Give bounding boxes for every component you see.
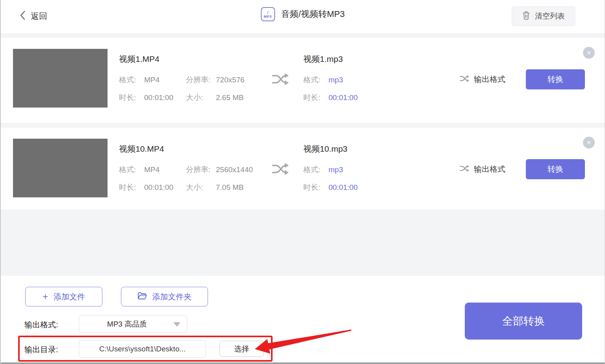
add-folder-label: 添加文件夹	[152, 292, 192, 302]
converter-window: 返回 ♪ MP3 音频/视频转MP3 清空列表 视频1.MP4	[0, 0, 605, 364]
video-thumbnail	[13, 49, 108, 108]
header: 返回 ♪ MP3 音频/视频转MP3 清空列表	[1, 0, 605, 33]
file-row: 视频10.MP4 格式:MP4 分辨率:2560x1440 时长:00:01:0…	[1, 128, 605, 210]
back-label: 返回	[31, 11, 47, 22]
source-duration: 时长:00:01:00	[119, 182, 173, 193]
page-title: 音频/视频转MP3	[281, 8, 345, 20]
source-resolution: 分辨率:2560x1440	[186, 165, 253, 175]
convert-button[interactable]: 转换	[526, 69, 585, 89]
folder-icon	[137, 292, 147, 302]
back-button[interactable]: 返回	[19, 10, 47, 22]
shuffle-small-icon	[460, 75, 470, 84]
chevron-down-icon	[173, 322, 180, 327]
output-format: 格式:mp3	[303, 165, 343, 175]
source-file-name: 视频1.MP4	[119, 54, 160, 65]
browse-button[interactable]: 选择	[219, 341, 264, 357]
output-file-name: 视频1.mp3	[303, 54, 343, 65]
output-dir-field-label: 输出目录:	[24, 344, 58, 355]
output-dir-input[interactable]	[79, 340, 206, 358]
file-row: 视频1.MP4 格式:MP4 分辨率:720x576 时长:00:01:00 大…	[1, 38, 605, 123]
plus-icon: +	[43, 292, 48, 301]
title-area: ♪ MP3 音频/视频转MP3	[261, 7, 345, 21]
output-file-name: 视频10.mp3	[303, 143, 347, 154]
output-format-select[interactable]: MP3 高品质	[79, 315, 187, 333]
add-folder-button[interactable]: 添加文件夹	[121, 287, 208, 306]
mp3-music-icon: ♪ MP3	[261, 7, 275, 21]
trash-icon	[522, 11, 530, 21]
output-format-selected-value: MP3 高品质	[107, 319, 147, 329]
add-files-label: 添加文件	[54, 292, 85, 302]
chevron-left-icon	[19, 10, 27, 22]
music-note-glyph: ♪	[267, 10, 269, 15]
output-format-button[interactable]: 输出格式	[460, 164, 505, 175]
output-duration: 时长:00:01:00	[303, 182, 358, 193]
source-file-name: 视频10.MP4	[119, 143, 164, 154]
output-format-button[interactable]: 输出格式	[460, 74, 505, 85]
output-duration: 时长:00:01:00	[303, 93, 358, 103]
clear-list-button[interactable]: 清空列表	[512, 6, 575, 26]
video-thumbnail	[13, 139, 108, 197]
shuffle-arrows-icon	[272, 162, 290, 177]
footer-panel: + 添加文件 添加文件夹 输出格式: MP3 高品质 输出目录: 选择 全部转换	[1, 276, 605, 362]
shuffle-arrows-icon	[272, 72, 290, 87]
source-duration: 时长:00:01:00	[119, 93, 173, 103]
source-size: 大小:7.05 MB	[186, 182, 244, 193]
output-format: 格式:mp3	[303, 75, 343, 85]
window-bottom-edge	[1, 362, 605, 364]
convert-button[interactable]: 转换	[526, 159, 585, 179]
remove-file-button[interactable]: ✕	[583, 137, 595, 149]
source-format: 格式:MP4	[119, 165, 160, 175]
output-format-field-label: 输出格式:	[24, 319, 58, 330]
clear-list-label: 清空列表	[535, 11, 565, 21]
add-files-button[interactable]: + 添加文件	[25, 287, 102, 306]
source-resolution: 分辨率:720x576	[186, 75, 245, 85]
shuffle-small-icon	[460, 165, 470, 174]
mp3-badge-label: MP3	[264, 15, 272, 19]
source-format: 格式:MP4	[119, 75, 160, 85]
convert-all-button[interactable]: 全部转换	[465, 303, 582, 340]
remove-file-button[interactable]: ✕	[583, 47, 595, 59]
source-size: 大小:2.65 MB	[186, 93, 244, 103]
